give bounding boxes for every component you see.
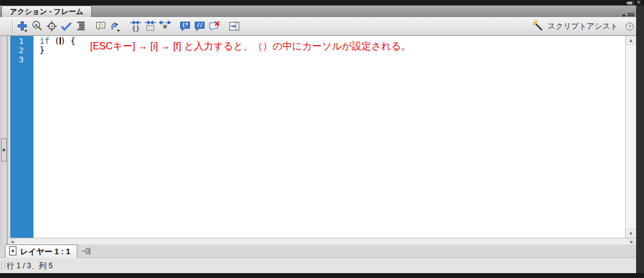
script-tab-label: レイヤー 1 : 1 bbox=[20, 246, 71, 257]
pin-script-icon[interactable] bbox=[80, 246, 93, 256]
apply-block-comment-icon[interactable]: (* bbox=[178, 19, 192, 34]
script-assist-label: スクリプトアシスト bbox=[548, 21, 618, 32]
script-assist-button[interactable]: スクリプトアシスト ? bbox=[532, 19, 634, 34]
svg-text:*: * bbox=[162, 23, 167, 32]
remove-comment-icon[interactable] bbox=[207, 19, 222, 34]
scroll-up-icon[interactable]: ▲ bbox=[626, 36, 636, 45]
horizontal-scrollbar[interactable]: ◄ ► bbox=[8, 238, 636, 244]
svg-text:(*: (* bbox=[182, 22, 188, 28]
show-hide-toolbox-icon[interactable] bbox=[227, 19, 242, 34]
panel-right-edge bbox=[636, 5, 644, 278]
close-panel-icon[interactable]: ✕ bbox=[636, 0, 641, 5]
svg-text:A: A bbox=[35, 23, 38, 28]
collapse-panel-icon[interactable]: ◀◀ bbox=[626, 0, 631, 5]
toolbox-collapse-handle[interactable] bbox=[1, 138, 7, 162]
script-editor[interactable]: if () { } bbox=[33, 36, 625, 238]
cursor-position-text: 行 1 / 3、列 5 bbox=[7, 261, 53, 271]
scroll-left-icon[interactable]: ◄ bbox=[8, 238, 16, 244]
tab-actions-frame[interactable]: アクション - フレーム bbox=[1, 5, 92, 17]
auto-format-icon[interactable] bbox=[74, 19, 88, 34]
line-number-gutter[interactable]: 1 2 3 bbox=[10, 36, 33, 238]
collapse-between-braces-icon[interactable]: {} bbox=[128, 19, 143, 34]
window-controls-divider bbox=[633, 1, 634, 5]
line-number: 1 bbox=[11, 37, 33, 46]
line-number: 2 bbox=[11, 46, 33, 55]
debug-options-icon[interactable] bbox=[108, 19, 123, 34]
panel-bottom-edge bbox=[0, 273, 644, 278]
show-code-hint-icon[interactable]: ( bbox=[94, 19, 108, 34]
svg-text:{}: {} bbox=[131, 24, 139, 32]
code-close-paren-brace: ) { bbox=[61, 36, 75, 46]
window-title-strip: ◀◀ ✕ bbox=[0, 0, 644, 5]
svg-text:(: ( bbox=[98, 23, 101, 29]
actions-toolbar: A ( {} * (* // bbox=[0, 17, 644, 36]
toolbar-divider bbox=[12, 20, 13, 33]
tab-layer-1[interactable]: レイヤー 1 : 1 bbox=[5, 244, 77, 258]
expand-all-icon[interactable]: * bbox=[158, 19, 172, 34]
magic-wand-icon bbox=[532, 20, 544, 34]
apply-line-comment-icon[interactable]: // bbox=[192, 19, 207, 34]
status-bar-grip bbox=[1, 261, 5, 269]
keyword-if: if bbox=[40, 36, 49, 46]
tutorial-annotation: [ESCキー] → [i] → [f] と入力すると、（）の中にカーソルが設定さ… bbox=[90, 40, 411, 53]
insert-target-path-icon[interactable] bbox=[44, 19, 59, 34]
svg-text:?: ? bbox=[628, 24, 631, 29]
help-icon[interactable]: ? bbox=[625, 22, 634, 31]
svg-text://: // bbox=[197, 22, 203, 28]
line-number: 3 bbox=[11, 55, 33, 64]
find-icon[interactable]: A bbox=[30, 19, 44, 34]
status-bar: 行 1 / 3、列 5 bbox=[0, 258, 636, 273]
keyframe-icon bbox=[9, 246, 16, 257]
code-open-paren: ( bbox=[49, 36, 59, 46]
script-nav-bar: レイヤー 1 : 1 bbox=[0, 244, 636, 258]
panel-tab-bar: アクション - フレーム bbox=[0, 5, 644, 17]
collapse-selection-icon[interactable] bbox=[143, 19, 158, 34]
check-syntax-icon[interactable] bbox=[59, 19, 74, 34]
vertical-scrollbar[interactable]: ▲ ▼ bbox=[625, 36, 636, 238]
add-script-icon[interactable] bbox=[15, 19, 30, 34]
scroll-right-icon[interactable]: ► bbox=[628, 238, 636, 244]
scroll-down-icon[interactable]: ▼ bbox=[626, 229, 636, 238]
